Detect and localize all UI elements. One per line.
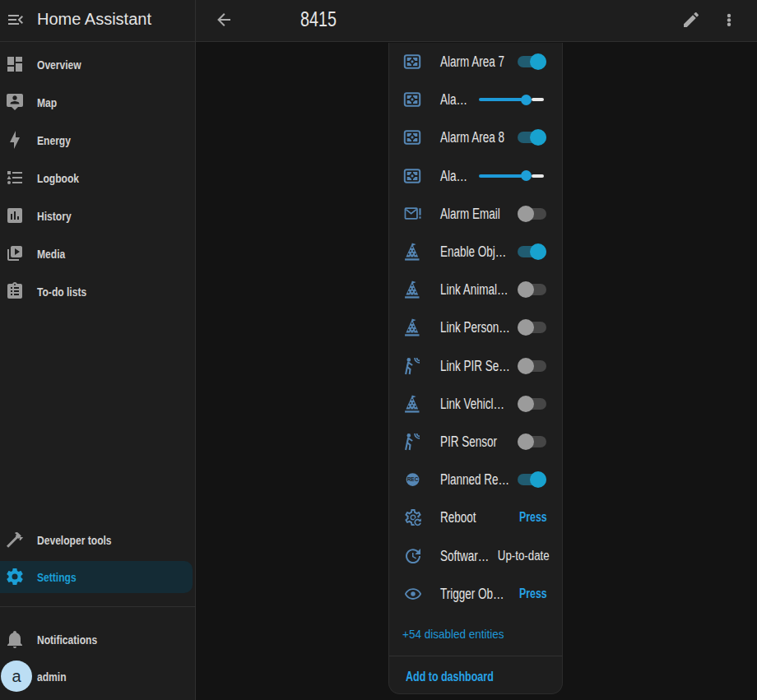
svg-text:REC: REC [407,476,419,482]
